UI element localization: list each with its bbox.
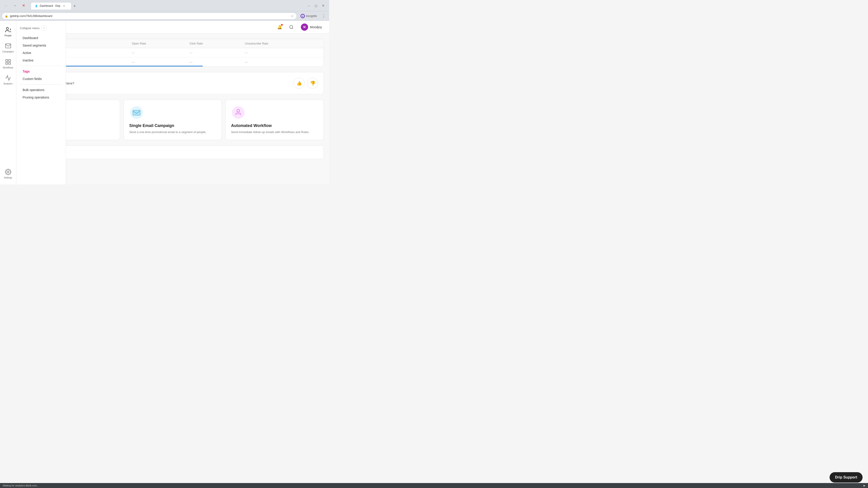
menu-item-pruning-operations[interactable]: Pruning operations xyxy=(18,94,64,101)
campaign-card-workflow[interactable]: Automated Workflow Send immediate follow… xyxy=(225,100,324,140)
tasks-title: ted tasks xyxy=(27,150,318,154)
svg-line-7 xyxy=(292,28,293,29)
tab-title: Dashboard · Drip xyxy=(40,4,60,7)
close-window-button[interactable]: ✕ xyxy=(320,2,327,9)
svg-point-15 xyxy=(239,113,241,115)
browser-controls: ← → ✕ xyxy=(3,2,27,9)
unsubscribe-rate-2: — xyxy=(241,57,323,67)
user-avatar: M xyxy=(301,24,308,31)
incognito-icon xyxy=(301,14,305,18)
header-actions: 🔔 M Moodjoy xyxy=(276,23,324,32)
active-tab[interactable]: 💧 Dashboard · Drip ✕ xyxy=(31,2,71,9)
back-button[interactable]: ← xyxy=(3,2,10,9)
browser-toolbar: 🔒 getdrip.com/7641396/dashboard ☆ Incogn… xyxy=(0,11,329,21)
notification-button[interactable]: 🔔 xyxy=(276,23,284,31)
thumbs-down-button[interactable]: 👎 xyxy=(307,78,318,89)
window-controls: ‒ ◻ ✕ xyxy=(306,2,327,9)
reload-button[interactable]: ✕ xyxy=(20,2,27,9)
open-rate-1: — xyxy=(128,48,186,57)
workflow-card-icon xyxy=(231,105,246,120)
table-scroll: e Email Campaigns Open Rate Click Rate U… xyxy=(22,39,323,66)
collapse-label: Collapse menu xyxy=(20,26,39,30)
sidebar-item-people[interactable]: People xyxy=(2,24,14,39)
bookmark-icon[interactable]: ☆ xyxy=(291,14,294,18)
feedback-buttons: 👍 👎 xyxy=(293,78,318,89)
people-label: People xyxy=(4,34,11,37)
svg-point-0 xyxy=(6,28,8,30)
email-campaign-icon xyxy=(129,105,144,120)
lock-icon: 🔒 xyxy=(5,14,8,18)
menu-item-inactive[interactable]: Inactive xyxy=(18,57,64,64)
collapse-menu-button[interactable]: Collapse menu → xyxy=(16,24,66,33)
menu-item-active[interactable]: Active xyxy=(18,49,64,57)
url-text: getdrip.com/7641396/dashboard xyxy=(10,14,289,18)
sidebar-item-campaigns[interactable]: Campaigns xyxy=(2,40,14,55)
user-name: Moodjoy xyxy=(310,25,322,29)
minimize-button[interactable]: ‒ xyxy=(306,2,312,9)
browser-chrome: ← → ✕ 💧 Dashboard · Drip ✕ + ‒ ◻ ✕ xyxy=(0,0,329,11)
analytics-icon xyxy=(4,74,12,82)
unsubscribe-rate-1: — xyxy=(241,48,323,57)
campaign-card-email[interactable]: Single Email Campaign Send a one-time pr… xyxy=(124,100,222,140)
browser-menu-button[interactable]: ⋮ xyxy=(320,12,327,20)
toolbar-right: Incognito ⋮ xyxy=(298,12,327,20)
incognito-button[interactable]: Incognito xyxy=(298,13,319,19)
menu-item-dashboard[interactable]: Dashboard xyxy=(18,34,64,41)
sidebar-item-analytics[interactable]: Analytics xyxy=(2,72,14,87)
icon-sidebar: People Campaigns Workflows xyxy=(0,21,16,184)
collapse-icon: → xyxy=(41,25,47,31)
analytics-label: Analytics xyxy=(3,83,12,85)
people-icon xyxy=(4,26,12,33)
search-button[interactable] xyxy=(287,23,296,31)
forward-button[interactable]: → xyxy=(11,2,19,9)
card-title-workflow: Automated Workflow xyxy=(231,123,318,128)
settings-label: Settings xyxy=(4,176,12,179)
campaign-cards-section: paign nd turn drive-by visitors into xyxy=(22,100,324,140)
col-open-rate: Open Rate xyxy=(128,39,186,48)
restore-button[interactable]: ◻ xyxy=(313,2,319,9)
sidebar-item-workflows[interactable]: Workflows xyxy=(2,57,14,71)
card-desc-workflow: Send immediate follow-up emails with Wor… xyxy=(231,130,318,134)
sidebar-bottom: Settings xyxy=(2,166,14,181)
menu-item-bulk-operations[interactable]: Bulk operations xyxy=(18,86,64,94)
menu-item-tags[interactable]: Tags xyxy=(18,68,64,75)
settings-icon xyxy=(4,168,12,175)
sidebar-item-settings[interactable]: Settings xyxy=(2,166,14,181)
tasks-section: ted tasks xyxy=(22,145,324,159)
col-click-rate: Click Rate xyxy=(186,39,241,48)
card-desc-email: Send a one-time promotional email to a s… xyxy=(129,130,216,134)
new-tab-button[interactable]: + xyxy=(71,3,78,9)
svg-rect-2 xyxy=(8,60,10,61)
svg-point-6 xyxy=(290,25,293,28)
svg-point-5 xyxy=(7,171,9,173)
svg-rect-10 xyxy=(133,110,140,115)
svg-rect-3 xyxy=(8,62,10,64)
metrics-feedback: Are these metrics helpful here? 👍 👎 xyxy=(22,72,324,94)
card-title-email: Single Email Campaign xyxy=(129,123,216,128)
incognito-label: Incognito xyxy=(306,14,317,18)
campaigns-icon xyxy=(4,42,12,50)
people-dropdown-menu: Collapse menu → Dashboard Saved segments… xyxy=(16,21,66,184)
svg-point-14 xyxy=(236,113,237,115)
menu-divider-1 xyxy=(20,66,62,66)
menu-item-saved-segments[interactable]: Saved segments xyxy=(18,42,64,49)
col-unsubscribe-rate: Unsubscribe Rate xyxy=(241,39,323,48)
campaigns-label: Campaigns xyxy=(2,51,14,53)
campaigns-table-container: e Email Campaigns Open Rate Click Rate U… xyxy=(22,39,324,67)
menu-item-custom-fields[interactable]: Custom fields xyxy=(18,75,64,83)
svg-rect-4 xyxy=(6,62,7,64)
app-container: People Campaigns Workflows xyxy=(0,21,329,184)
workflows-label: Workflows xyxy=(3,66,13,69)
thumbs-up-button[interactable]: 👍 xyxy=(293,78,305,89)
address-bar[interactable]: 🔒 getdrip.com/7641396/dashboard ☆ xyxy=(2,13,297,20)
user-profile[interactable]: M Moodjoy xyxy=(299,23,324,32)
campaigns-table: e Email Campaigns Open Rate Click Rate U… xyxy=(22,39,323,66)
tab-bar: 💧 Dashboard · Drip ✕ + xyxy=(31,2,78,9)
menu-divider-2 xyxy=(20,84,62,85)
cards-grid: paign nd turn drive-by visitors into xyxy=(22,100,324,140)
click-rate-2: — xyxy=(186,57,241,67)
click-rate-1: — xyxy=(186,48,241,57)
tab-close-button[interactable]: ✕ xyxy=(62,4,66,8)
open-rate-2: — xyxy=(128,57,186,67)
workflows-icon xyxy=(4,58,12,66)
